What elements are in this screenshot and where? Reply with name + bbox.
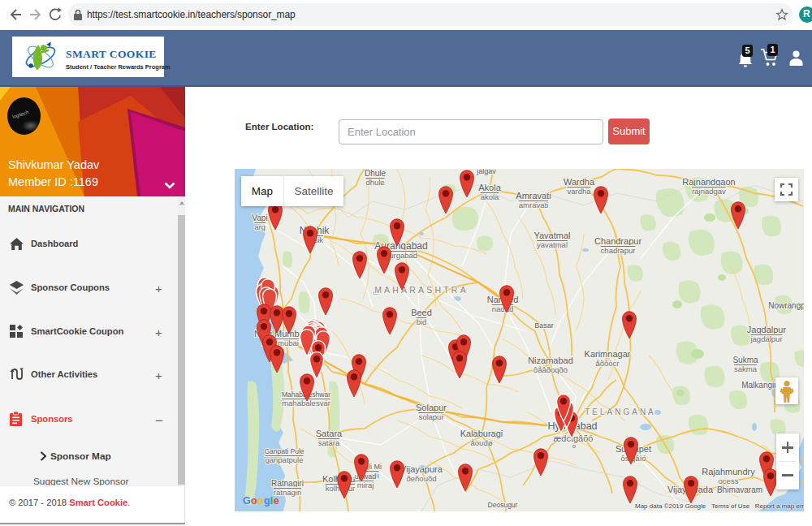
svg-text:akola: akola: [481, 192, 499, 201]
svg-text:ocess: ocess: [719, 476, 739, 485]
svg-text:ðeñouõd: ðeñouõd: [407, 474, 437, 483]
svg-text:åoudø: åoudø: [471, 438, 493, 447]
svg-text:solapur: solapur: [418, 412, 443, 421]
svg-text:Ganpati Pule: Ganpati Pule: [264, 447, 304, 455]
svg-text:Nizamabad: Nizamabad: [528, 356, 573, 365]
svg-text:Karimnagar: Karimnagar: [585, 349, 631, 359]
svg-text:TELANGANA: TELANGANA: [585, 407, 656, 416]
svg-text:Vijayapura: Vijayapura: [400, 464, 443, 474]
svg-text:vardha: vardha: [567, 187, 591, 196]
svg-text:Bhimavaram: Bhimavaram: [717, 485, 762, 494]
svg-text:Yavatmal: Yavatmal: [533, 231, 570, 240]
svg-text:satara: satara: [318, 438, 340, 447]
svg-text:Beed: Beed: [411, 308, 432, 317]
svg-text:åõôòcr: åõôòcr: [595, 359, 619, 368]
svg-text:miraj: miraj: [357, 481, 374, 489]
svg-text:jagdalpur: jagdalpur: [749, 334, 782, 343]
svg-text:arg: arg: [254, 222, 266, 231]
svg-text:chadrapur: chadrapur: [601, 246, 636, 255]
svg-text:Kalaburagi: Kalaburagi: [460, 429, 503, 438]
svg-text:Dhule: Dhule: [365, 169, 387, 178]
svg-text:Ratnagiri: Ratnagiri: [271, 479, 304, 488]
svg-text:jalgav: jalgav: [476, 169, 496, 175]
svg-text:Nowrangp: Nowrangp: [768, 301, 804, 310]
svg-text:Solapur: Solapur: [416, 403, 447, 412]
svg-text:Jagdalpur: Jagdalpur: [747, 325, 787, 334]
svg-text:Rajnandgaon: Rajnandgaon: [682, 177, 735, 187]
svg-text:MAHARASHTRA: MAHARASHTRA: [374, 285, 469, 295]
svg-text:rajnadgav: rajnadgav: [692, 187, 726, 196]
svg-text:Vapi: Vapi: [252, 213, 267, 222]
svg-text:yavatmal: yavatmal: [537, 240, 568, 249]
svg-text:Basar: Basar: [534, 321, 554, 330]
svg-text:Akola: Akola: [478, 183, 501, 192]
svg-text:Deosugur: Deosugur: [488, 501, 518, 509]
svg-text:Wardha: Wardha: [564, 177, 595, 187]
svg-text:Satara: Satara: [316, 429, 343, 438]
svg-text:dhule: dhule: [365, 178, 384, 187]
svg-text:Malkangiri: Malkangiri: [741, 381, 779, 390]
svg-text:bid: bid: [417, 317, 427, 326]
svg-text:ôåâðoqõö: ôåâðoqõö: [533, 365, 568, 374]
svg-text:Sukma: Sukma: [732, 356, 758, 364]
svg-text:ganpatpule: ganpatpule: [265, 455, 303, 464]
svg-text:sakma: sakma: [734, 364, 758, 373]
svg-text:Chandrapur: Chandrapur: [594, 236, 641, 246]
svg-text:Amravati: Amravati: [516, 191, 551, 200]
svg-text:Rajahmundry: Rajahmundry: [702, 467, 755, 476]
svg-text:amravati: amravati: [519, 200, 548, 209]
